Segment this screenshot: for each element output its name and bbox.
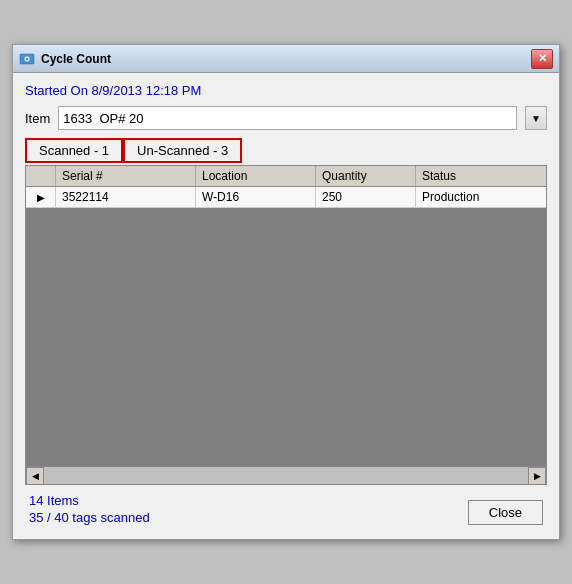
scroll-right-button[interactable]: ▶ — [528, 467, 546, 485]
item-row: Item ▼ — [25, 106, 547, 130]
item-input[interactable] — [58, 106, 517, 130]
cell-status: Production — [416, 187, 536, 207]
items-count: 14 Items — [29, 493, 150, 508]
scroll-left-button[interactable]: ◀ — [26, 467, 44, 485]
item-dropdown-button[interactable]: ▼ — [525, 106, 547, 130]
title-bar-left: Cycle Count — [19, 51, 111, 67]
col-header-serial: Serial # — [56, 166, 196, 186]
table-body: ▶ 3522114 W-D16 250 Production — [26, 187, 546, 461]
col-header-arrow — [26, 166, 56, 186]
data-table: Serial # Location Quantity Status ▶ 3522… — [25, 165, 547, 485]
col-header-quantity: Quantity — [316, 166, 416, 186]
col-header-status: Status — [416, 166, 536, 186]
row-indicator: ▶ — [26, 187, 56, 207]
tabs-row: Scanned - 1 Un-Scanned - 3 — [25, 138, 547, 163]
started-on-label: Started On 8/9/2013 12:18 PM — [25, 83, 547, 98]
table-header: Serial # Location Quantity Status — [26, 166, 546, 187]
app-icon — [19, 51, 35, 67]
item-label: Item — [25, 111, 50, 126]
tab-scanned[interactable]: Scanned - 1 — [25, 138, 123, 163]
horizontal-scrollbar[interactable]: ◀ ▶ — [26, 466, 546, 484]
col-header-location: Location — [196, 166, 316, 186]
svg-point-2 — [26, 57, 29, 60]
close-button[interactable]: Close — [468, 500, 543, 525]
title-bar: Cycle Count ✕ — [13, 45, 559, 73]
cell-serial: 3522114 — [56, 187, 196, 207]
table-row[interactable]: ▶ 3522114 W-D16 250 Production — [26, 187, 546, 208]
window-content: Started On 8/9/2013 12:18 PM Item ▼ Scan… — [13, 73, 559, 539]
tags-scanned: 35 / 40 tags scanned — [29, 510, 150, 525]
cell-location: W-D16 — [196, 187, 316, 207]
footer: 14 Items 35 / 40 tags scanned Close — [25, 485, 547, 529]
footer-left: 14 Items 35 / 40 tags scanned — [29, 493, 150, 525]
main-window: Cycle Count ✕ Started On 8/9/2013 12:18 … — [12, 44, 560, 540]
window-close-button[interactable]: ✕ — [531, 49, 553, 69]
cell-quantity: 250 — [316, 187, 416, 207]
scrollbar-track[interactable] — [44, 467, 528, 485]
window-title: Cycle Count — [41, 52, 111, 66]
tab-unscanned[interactable]: Un-Scanned - 3 — [123, 138, 242, 163]
